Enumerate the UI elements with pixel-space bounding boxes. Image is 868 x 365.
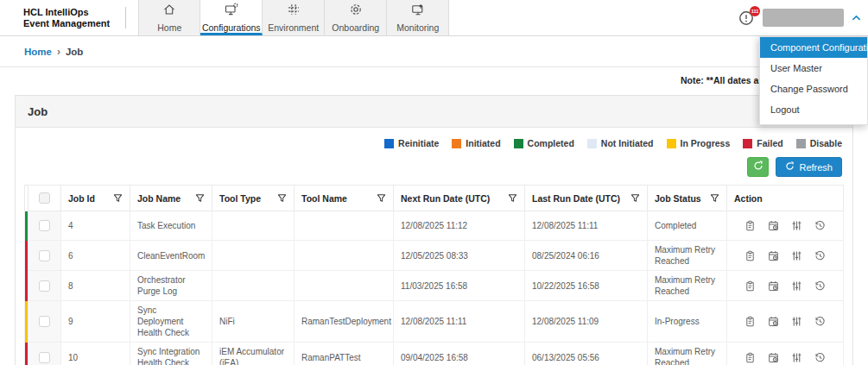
action-cell [727, 211, 844, 241]
job-report-icon[interactable] [744, 220, 756, 231]
job-schedule-icon[interactable] [768, 280, 779, 292]
refresh-icon [785, 161, 795, 173]
job-report-icon[interactable] [744, 280, 756, 292]
page: HCL IntelliOps Event Management Home Con… [0, 0, 868, 365]
job-schedule-icon[interactable] [768, 220, 779, 231]
menu-item-component-configuration[interactable]: Component Configuration [760, 37, 867, 58]
filter-icon[interactable] [508, 193, 517, 203]
menu-item-user-master[interactable]: User Master [760, 58, 867, 79]
legend-swatch [452, 139, 461, 148]
action-cell [727, 241, 844, 271]
table-toolbar: Refresh [24, 157, 842, 177]
alert-icon[interactable]: 111 [738, 9, 755, 27]
col-job-name: Job Name [130, 186, 212, 211]
header-right: 111 [738, 0, 861, 35]
job-name-cell: Orchestrator Purge Log [130, 271, 212, 301]
filter-icon[interactable] [195, 193, 205, 203]
breadcrumb: Home › Job [0, 36, 868, 67]
job-report-icon[interactable] [744, 250, 756, 261]
legend-swatch [384, 139, 394, 148]
legend-failed: Failed [743, 138, 782, 148]
legend-swatch [743, 139, 752, 148]
last-run-cell: 12/08/2025 11:11 [525, 211, 648, 241]
legend-swatch [667, 139, 676, 148]
legend-swatch [587, 139, 597, 148]
job-history-icon[interactable] [814, 250, 826, 261]
table-row: 8 Orchestrator Purge Log 11/03/2025 16:5… [25, 271, 844, 301]
auto-refresh-button[interactable] [747, 157, 769, 177]
page-title: Job [28, 105, 48, 118]
col-job-status: Job Status [648, 186, 727, 211]
tool-name-cell: RamanTestDeployment [295, 301, 394, 343]
job-parameters-icon[interactable] [791, 250, 802, 261]
job-status-cell: Completed [648, 211, 727, 241]
legend-disable: Disable [796, 138, 842, 148]
job-schedule-icon[interactable] [768, 316, 779, 327]
chevron-up-icon[interactable] [852, 15, 861, 22]
refresh-button[interactable]: Refresh [776, 157, 842, 177]
menu-item-logout[interactable]: Logout [760, 99, 867, 120]
col-last-run: Last Run Date (UTC) [525, 186, 648, 211]
user-dropdown-menu: Component Configuration User Master Chan… [759, 36, 868, 125]
action-cell [727, 271, 844, 301]
tool-name-cell [295, 271, 394, 301]
tab-onboarding[interactable]: Onboarding [325, 0, 387, 35]
filter-icon[interactable] [630, 193, 640, 203]
job-history-icon[interactable] [814, 280, 826, 292]
tab-monitoring[interactable]: Monitoring [387, 0, 449, 35]
filter-icon[interactable] [113, 193, 123, 203]
user-name-redacted[interactable] [763, 9, 844, 27]
job-history-icon[interactable] [814, 220, 826, 231]
next-run-cell: 09/04/2025 16:58 [394, 343, 525, 365]
job-schedule-icon[interactable] [768, 352, 779, 363]
gear-icon [349, 3, 363, 20]
job-panel: Job Actions Reinitiate Initiated [15, 95, 853, 365]
job-schedule-icon[interactable] [768, 250, 779, 261]
row-select-cell [29, 211, 61, 241]
row-checkbox[interactable] [39, 352, 50, 363]
jobs-table: Job Id Job Name Tool Type Tool Name Next… [24, 185, 844, 365]
legend-swatch [514, 139, 523, 148]
breadcrumb-current: Job [66, 47, 83, 57]
next-run-cell: 11/03/2025 16:58 [394, 271, 525, 301]
job-parameters-icon[interactable] [791, 316, 802, 327]
tab-home[interactable]: Home [138, 0, 200, 35]
legend-completed: Completed [514, 138, 574, 148]
job-history-icon[interactable] [814, 352, 826, 363]
tab-configurations[interactable]: Configurations [200, 0, 263, 35]
brand-line1: HCL IntelliOps [23, 7, 110, 18]
col-action: Action [727, 186, 844, 211]
select-all-header [29, 186, 61, 211]
job-id-cell: 10 [61, 343, 130, 365]
row-checkbox[interactable] [39, 250, 50, 261]
filter-icon[interactable] [277, 193, 287, 203]
job-panel-header: Job Actions [16, 96, 852, 128]
job-parameters-icon[interactable] [791, 280, 802, 292]
job-parameters-icon[interactable] [791, 352, 802, 363]
legend-in-progress: In Progress [667, 138, 731, 148]
row-checkbox[interactable] [39, 316, 50, 327]
home-icon [162, 3, 176, 20]
tab-environment[interactable]: Environment [263, 0, 325, 35]
filter-icon[interactable] [710, 193, 719, 203]
menu-item-change-password[interactable]: Change Password [760, 79, 867, 99]
job-id-cell: 6 [61, 241, 130, 271]
select-all-checkbox[interactable] [39, 192, 50, 204]
job-status-cell: Maximum Retry Reached [648, 343, 727, 365]
row-checkbox[interactable] [39, 220, 50, 231]
breadcrumb-separator: › [57, 46, 60, 58]
job-report-icon[interactable] [744, 352, 756, 363]
job-report-icon[interactable] [744, 316, 756, 327]
filter-icon[interactable] [377, 193, 386, 203]
alert-count-badge: 111 [750, 6, 760, 16]
tool-type-cell: iEM Accumulator (iEA) [212, 343, 295, 365]
job-history-icon[interactable] [814, 316, 826, 327]
tab-monitoring-label: Monitoring [396, 22, 439, 33]
tool-type-cell [212, 271, 295, 301]
row-checkbox[interactable] [39, 280, 50, 292]
job-id-cell: 9 [61, 301, 130, 343]
legend-swatch [796, 139, 806, 148]
job-parameters-icon[interactable] [791, 220, 802, 231]
monitor-gear-icon [225, 3, 238, 20]
breadcrumb-home-link[interactable]: Home [24, 47, 52, 57]
